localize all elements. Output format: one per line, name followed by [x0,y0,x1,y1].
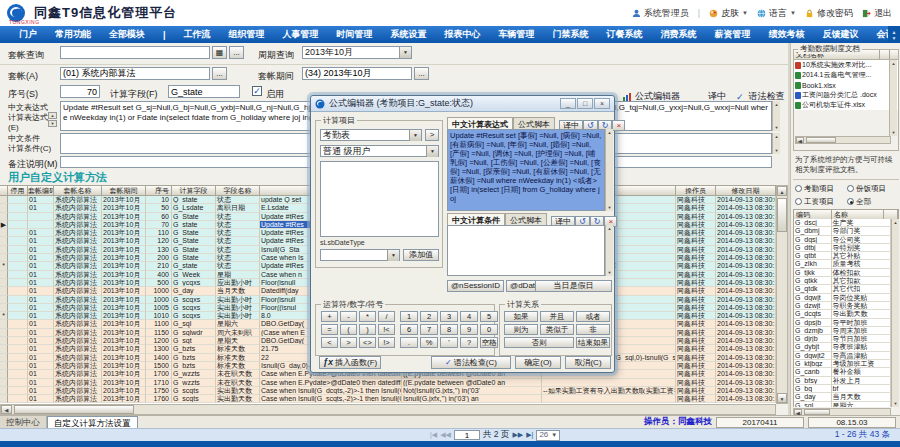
scrollbar-thumb[interactable] [777,198,787,232]
item-row[interactable]: G_dcqts 导出勤天数 [794,310,891,318]
dialog-titlebar[interactable]: 公式编辑器 (考勤项目:G_state:状态) _ □ × [311,96,614,112]
relation-button[interactable]: 则为 [504,324,538,335]
menu-item[interactable]: 常用功能 [46,28,100,41]
scroll-left-icon[interactable]: ◀ [796,137,804,143]
ok-button[interactable]: 确定(O) [515,356,561,369]
radio-option[interactable]: 全部 [847,195,899,208]
doc-item[interactable]: 工资问题分类汇总 .docx [794,90,898,100]
menu-item[interactable]: 门户 [10,28,46,41]
menu-item[interactable]: 薪资管理 [706,28,760,41]
relation-button[interactable]: 或者 [576,311,610,322]
menu-item[interactable]: 消费系统 [652,28,706,41]
menu-item[interactable]: 订餐系统 [598,28,652,41]
doc-item[interactable]: 10系统实施效果对比... [794,60,898,70]
change-password-link[interactable]: 修改密码 [805,7,853,20]
menu-item[interactable]: 绩效考核 [760,28,814,41]
cond-scrollbar[interactable]: ▲▼ [772,133,780,154]
table-horizontal-scrollbar[interactable]: ◀ [0,404,776,415]
item-row[interactable]: G_dbmj 导部门奖 [794,227,891,235]
doc-item[interactable]: Book1.xlsx [794,80,898,90]
keypad-button[interactable]: 5 [480,311,498,322]
holiday-button[interactable]: 当日是假日 [535,280,612,292]
menu-item[interactable]: 车辆管理 [490,28,544,41]
expr-spinner[interactable]: ▲▼ [48,112,57,127]
item-row[interactable]: G_bg bf [794,385,891,393]
chinese-expression-box[interactable]: Update #tResult set [事假] =Null, [病假] =Nu… [447,129,605,211]
item-row[interactable]: G_dzmjb 导周末加班 [794,327,891,335]
keypad-button[interactable]: . [400,337,418,348]
tab-control-center[interactable]: 控制中心 [0,416,47,429]
keypad-button[interactable]: 3 [440,311,458,322]
grid-lookup-button[interactable]: ▦ [212,46,227,59]
item-row[interactable]: G_dtbj 导特别奖 [794,244,891,252]
keypad-button[interactable]: + [321,311,338,322]
cond-box-scrollbar[interactable]: ▲▼ [605,225,613,276]
menu-item[interactable]: 全部模块 [100,28,154,41]
first-page-icon[interactable]: |◀ [430,431,437,439]
keypad-button[interactable]: < [321,337,338,348]
header-period[interactable]: 套帐期间 [102,185,146,196]
item-row[interactable]: G_qtkk 其它扣款 [794,277,891,285]
keypad-button[interactable]: !> [378,337,395,348]
menu-item[interactable]: | [154,30,175,40]
expr-box-scrollbar[interactable]: ▲▼ [605,129,613,211]
account-lookup-button[interactable]: ... [212,67,227,80]
last-page-icon[interactable]: ▶| [526,431,533,439]
skin-menu[interactable]: 皮肤▼ [709,7,748,20]
table-row[interactable]: 01 系统内部算法 2013年10月 1760 G_scqts 实出勤天数 Ca… [0,395,776,403]
seq-input[interactable] [60,85,100,98]
keypad-button[interactable]: - [340,311,357,322]
menu-scroll-buttons[interactable]: ▲▼ [888,26,900,43]
doc-vertical-scrollbar[interactable]: ▲▼ [889,60,897,136]
item-row[interactable]: G_qtbt 其它补贴 [794,252,891,260]
keypad-button[interactable]: 2 [420,311,438,322]
page-size-select[interactable]: 26▼ [536,430,560,441]
variable-button[interactable]: @nSessionID [447,280,504,292]
menu-item[interactable]: 反馈建议 [814,28,868,41]
item-row[interactable]: G_dscj 生产奖 [794,219,891,227]
radio-option[interactable]: 考勤项目 [795,182,847,195]
close-icon[interactable]: × [594,98,610,109]
item-row[interactable]: G_dzwjt 导职务奖贴 [794,302,891,310]
radio-option[interactable]: 份饭项目 [847,182,899,195]
keypad-button[interactable]: / [378,311,395,322]
item-row[interactable]: G_day 当月天数 [794,393,891,401]
item-row[interactable]: G_dpsjb 导平时加班 [794,319,891,327]
chinese-condition-box[interactable] [447,225,605,276]
header-seq[interactable]: 序号 [146,185,172,196]
header-code[interactable]: 套帐编码 [28,185,54,196]
keypad-button[interactable]: <> [359,337,376,348]
item-row[interactable]: G_bfsy 补发上月 [794,377,891,385]
header-name[interactable]: 套帐名称 [54,185,102,196]
keypad-button[interactable]: ( [340,324,357,335]
keypad-button[interactable]: * [359,311,376,322]
add-value-button[interactable]: 添加值 [403,249,439,261]
keypad-button[interactable]: 9 [460,324,478,335]
relation-button[interactable]: 非 [576,324,610,335]
minimize-icon[interactable]: _ [560,98,576,109]
next-page-icon[interactable]: ▶▶ [512,431,523,439]
dialog-syntax-check-button[interactable]: ✓语法检查(C) [431,356,511,369]
scroll-left-icon[interactable]: ◀ [1,405,12,414]
table-row[interactable]: 01 系统内部算法 2013年10月 1710 G_wzzts 未在职天数 Ca… [0,379,776,387]
item-row[interactable]: G_dgwjt 导岗位奖贴 [794,294,891,302]
menu-item[interactable]: 时间管理 [328,28,382,41]
field-listbox[interactable] [320,161,439,237]
item-row[interactable]: G_dybjt 导夜班津贴 [794,343,891,351]
keypad-button[interactable]: ) [359,324,376,335]
ellipsis-lookup-button[interactable]: ... [229,46,244,59]
relation-button[interactable]: 结束如果 [576,337,610,348]
keypad-button[interactable]: 空格 [480,337,498,348]
keypad-button[interactable]: > [340,337,357,348]
radio-option[interactable]: 工资项目 [795,195,847,208]
item-row[interactable]: G_djrjb 导节日加班 [794,335,891,343]
item-row[interactable]: G_dgwjt2 导高温津贴 [794,352,891,360]
item-row[interactable]: G_qtdk 其它代扣 [794,285,891,293]
keypad-button[interactable]: !< [378,324,395,335]
expand-button[interactable]: > [425,129,439,141]
account-input[interactable] [60,67,210,80]
expr-scrollbar[interactable]: ▲▼ [772,101,780,131]
menu-item[interactable]: 组织管理 [220,28,274,41]
keypad-button[interactable]: ' [440,337,458,348]
clear-icon[interactable]: × [612,120,625,131]
